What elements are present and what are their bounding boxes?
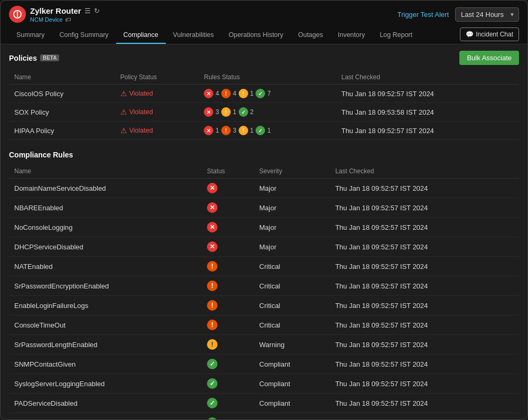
yellow-status-circle: ! xyxy=(239,89,248,98)
compliance-rule-row[interactable]: NBAREEnabled✕MajorThu Jan 18 09:52:57 IS… xyxy=(9,198,519,218)
refresh-icon[interactable]: ↻ xyxy=(94,7,100,15)
compliance-rule-row[interactable]: DHCPServiceDisabled✕MajorThu Jan 18 09:5… xyxy=(9,237,519,257)
compliance-rule-row[interactable]: EnableLoginFailureLogs!CriticalThu Jan 1… xyxy=(9,296,519,315)
compliance-rule-row[interactable]: NoConsoleLogging✕MajorThu Jan 18 09:52:5… xyxy=(9,218,519,237)
rule-status: ✕ xyxy=(202,218,254,237)
policy-status: ⚠Violated xyxy=(115,122,199,140)
status-count: 4 xyxy=(233,90,237,97)
tab-outages[interactable]: Outages xyxy=(290,27,330,44)
green-status-circle: ✓ xyxy=(239,107,248,117)
rule-severity: Critical xyxy=(254,296,330,315)
app-container: Zylker Router ☰ ↻ NCM Device 🏷 Trigger T… xyxy=(1,1,527,419)
rule-name: NBAREEnabled xyxy=(9,198,202,218)
rule-severity: Critical xyxy=(254,315,330,335)
policy-rules-status: ✕1!3!1✓1 xyxy=(199,122,336,140)
rule-status: ✓ xyxy=(202,413,254,420)
yellow-status-circle: ! xyxy=(221,107,231,117)
orange-rule-icon: ! xyxy=(207,281,218,291)
rule-status: ! xyxy=(202,315,254,335)
rule-severity: Critical xyxy=(254,276,330,296)
rule-name: NoIPHTTPServer xyxy=(9,413,202,420)
rule-last-checked: Thu Jan 18 09:52:57 IST 2024 xyxy=(330,179,519,198)
rule-status: ✓ xyxy=(202,374,254,394)
policy-row[interactable]: SOX Policy⚠Violated✕3!1✓2Thu Jan 18 09:5… xyxy=(9,103,519,122)
status-count: 1 xyxy=(267,127,271,134)
policy-row[interactable]: HIPAA Policy⚠Violated✕1!3!1✓1Thu Jan 18 … xyxy=(9,122,519,140)
compliance-rule-row[interactable]: SrPasswordLengthEnabled!WarningThu Jan 1… xyxy=(9,335,519,354)
status-count: 2 xyxy=(250,108,254,116)
main-content: Policies BETA Bulk Associate Name Policy… xyxy=(1,44,527,419)
tab-vulnerabilities[interactable]: Vulnerabilities xyxy=(166,27,221,44)
violated-text: Violated xyxy=(129,108,153,116)
status-count: 1 xyxy=(250,90,254,97)
status-count: 1 xyxy=(250,127,254,134)
red-status-circle: ✕ xyxy=(204,89,213,98)
rule-name: NATEnabled xyxy=(9,257,202,276)
red-rule-icon: ✕ xyxy=(207,241,218,252)
rule-last-checked: Thu Jan 18 09:52:57 IST 2024 xyxy=(330,315,519,335)
time-range-select[interactable]: Last 24 Hours Last 1 Hour Last 6 Hours L… xyxy=(455,7,519,22)
device-icon xyxy=(9,6,26,23)
rule-name: SNMPContactGiven xyxy=(9,354,202,374)
rule-severity: Compliant xyxy=(254,413,330,420)
red-status-circle: ✕ xyxy=(204,107,213,117)
header-top: Zylker Router ☰ ↻ NCM Device 🏷 Trigger T… xyxy=(9,6,519,23)
rule-last-checked: Thu Jan 18 09:52:57 IST 2024 xyxy=(330,296,519,315)
tab-config-summary[interactable]: Config Summary xyxy=(52,27,116,44)
rule-last-checked: Thu Jan 18 09:52:57 IST 2024 xyxy=(330,374,519,394)
rule-name: DomainNameServiceDisabled xyxy=(9,179,202,198)
compliance-rule-row[interactable]: NoIPHTTPServer✓CompliantThu Jan 18 09:52… xyxy=(9,413,519,420)
col-rule-last-checked: Last Checked xyxy=(330,164,519,179)
rule-last-checked: Thu Jan 18 09:52:57 IST 2024 xyxy=(330,257,519,276)
rule-name: ConsoleTimeOut xyxy=(9,315,202,335)
compliance-rule-row[interactable]: ConsoleTimeOut!CriticalThu Jan 18 09:52:… xyxy=(9,315,519,335)
green-rule-icon: ✓ xyxy=(207,378,218,389)
bulk-associate-button[interactable]: Bulk Associate xyxy=(459,51,519,65)
rule-severity: Compliant xyxy=(254,354,330,374)
red-status-circle: ✕ xyxy=(204,126,213,135)
rule-status: ✕ xyxy=(202,179,254,198)
rule-name: PADServiceDisabled xyxy=(9,394,202,413)
trigger-test-alert-button[interactable]: Trigger Test Alert xyxy=(397,11,449,18)
tab-compliance[interactable]: Compliance xyxy=(116,27,166,44)
orange-status-circle: ! xyxy=(221,126,231,135)
tab-operations-history[interactable]: Operations History xyxy=(221,27,291,44)
tab-summary[interactable]: Summary xyxy=(9,27,52,44)
compliance-rule-row[interactable]: DomainNameServiceDisabled✕MajorThu Jan 1… xyxy=(9,179,519,198)
policy-last-checked: Thu Jan 18 09:53:58 IST 2024 xyxy=(336,103,519,122)
tab-log-report[interactable]: Log Report xyxy=(372,27,420,44)
policies-section-header: Policies BETA Bulk Associate xyxy=(9,51,519,65)
violated-text: Violated xyxy=(129,90,153,97)
rule-status: ✕ xyxy=(202,198,254,218)
policy-rules-status: ✕3!1✓2 xyxy=(199,103,336,122)
status-count: 1 xyxy=(233,108,237,116)
compliance-rule-row[interactable]: SrPasswordEncryptionEnabled!CriticalThu … xyxy=(9,276,519,296)
yellow-status-circle: ! xyxy=(239,126,248,135)
compliance-rule-row[interactable]: NATEnabled!CriticalThu Jan 18 09:52:57 I… xyxy=(9,257,519,276)
rules-table-header: Name Status Severity Last Checked xyxy=(9,164,519,179)
policy-name: CiscoIOS Policy xyxy=(9,85,115,103)
tab-inventory[interactable]: Inventory xyxy=(331,27,372,44)
rule-status: ✓ xyxy=(202,354,254,374)
incident-chat-button[interactable]: 💬 Incident Chat xyxy=(460,27,519,41)
compliance-rule-row[interactable]: SNMPContactGiven✓CompliantThu Jan 18 09:… xyxy=(9,354,519,374)
policy-row[interactable]: CiscoIOS Policy⚠Violated✕4!4!1✓7Thu Jan … xyxy=(9,85,519,103)
compliance-rule-row[interactable]: PADServiceDisabled✓CompliantThu Jan 18 0… xyxy=(9,394,519,413)
header-left: Zylker Router ☰ ↻ NCM Device 🏷 xyxy=(9,6,100,23)
rule-status: ✕ xyxy=(202,237,254,257)
green-rule-icon: ✓ xyxy=(207,398,218,408)
policy-last-checked: Thu Jan 18 09:52:57 IST 2024 xyxy=(336,85,519,103)
menu-icon[interactable]: ☰ xyxy=(84,7,91,15)
policy-rules-status: ✕4!4!1✓7 xyxy=(199,85,336,103)
policies-title-area: Policies BETA xyxy=(9,54,59,62)
compliance-rule-row[interactable]: SyslogServerLoggingEnabled✓CompliantThu … xyxy=(9,374,519,394)
violated-icon: ⚠ xyxy=(120,108,127,116)
violated-icon: ⚠ xyxy=(120,89,127,98)
status-count: 4 xyxy=(215,90,219,97)
rule-last-checked: Thu Jan 18 09:52:57 IST 2024 xyxy=(330,276,519,296)
rule-last-checked: Thu Jan 18 09:52:57 IST 2024 xyxy=(330,413,519,420)
policy-status: ⚠Violated xyxy=(115,103,199,122)
col-policy-status: Policy Status xyxy=(115,70,199,85)
rule-last-checked: Thu Jan 18 09:52:57 IST 2024 xyxy=(330,198,519,218)
red-rule-icon: ✕ xyxy=(207,202,218,213)
